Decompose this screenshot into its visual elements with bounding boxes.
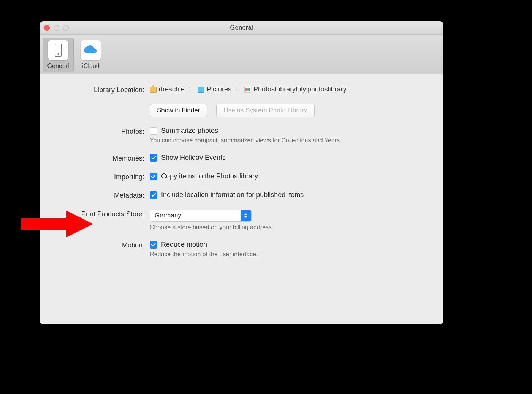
breadcrumb-pictures[interactable]: Pictures	[198, 85, 231, 93]
chevron-right-icon: 〉	[235, 86, 241, 93]
copy-items-checkbox[interactable]	[150, 173, 157, 180]
show-holiday-events-checkbox[interactable]	[150, 154, 157, 162]
select-stepper-icon	[241, 210, 251, 221]
icloud-icon	[81, 40, 101, 60]
titlebar: General	[40, 21, 443, 35]
chevron-right-icon: 〉	[188, 86, 194, 93]
copy-items-label: Copy items to the Photos library	[161, 172, 258, 180]
label-metadata: Metadata:	[40, 191, 150, 200]
preferences-toolbar: General iCloud	[40, 35, 443, 74]
include-location-label: Include location information for publish…	[161, 191, 304, 199]
home-icon	[150, 87, 157, 93]
reduce-motion-label: Reduce motion	[161, 241, 207, 249]
summarize-photos-checkbox[interactable]	[150, 127, 157, 135]
label-importing: Importing:	[40, 172, 150, 181]
label-print-store: Print Products Store:	[40, 210, 150, 218]
tab-general-label: General	[48, 63, 69, 69]
general-pane: Library Location: dreschle 〉 Pictures 〉	[40, 74, 443, 279]
reduce-motion-hint: Reduce the motion of the user interface.	[150, 251, 428, 258]
reduce-motion-checkbox[interactable]	[150, 241, 157, 249]
label-library-location: Library Location:	[40, 85, 150, 94]
preferences-window: General General iCloud Librar	[40, 21, 443, 324]
label-motion: Motion:	[40, 241, 150, 249]
label-photos: Photos:	[40, 127, 150, 136]
summarize-photos-label: Summarize photos	[161, 127, 218, 135]
use-as-system-library-button: Use as System Photo Library	[216, 104, 314, 117]
print-store-hint: Choose a store based on your billing add…	[150, 224, 428, 231]
print-store-select[interactable]: Germany	[150, 210, 252, 222]
tab-icloud[interactable]: iCloud	[75, 38, 106, 72]
breadcrumb-library[interactable]: PhotosLibraryLily.photoslibrary	[244, 85, 347, 93]
label-memories: Memories:	[40, 154, 150, 162]
print-store-value: Germany	[150, 212, 241, 219]
show-in-finder-button[interactable]: Show in Finder	[150, 104, 207, 117]
window-title: General	[40, 21, 443, 34]
breadcrumb-home[interactable]: dreschle	[150, 85, 185, 93]
tab-general[interactable]: General	[43, 38, 74, 72]
folder-icon	[198, 87, 204, 93]
library-path-breadcrumb: dreschle 〉 Pictures 〉 PhotosLibraryLily.…	[150, 85, 428, 93]
summarize-photos-hint: You can choose compact, summarized views…	[150, 137, 428, 144]
include-location-checkbox[interactable]	[150, 191, 157, 199]
photos-library-icon	[244, 87, 251, 93]
general-icon	[48, 40, 68, 60]
show-holiday-events-label: Show Holiday Events	[161, 154, 226, 162]
tab-icloud-label: iCloud	[82, 63, 99, 69]
